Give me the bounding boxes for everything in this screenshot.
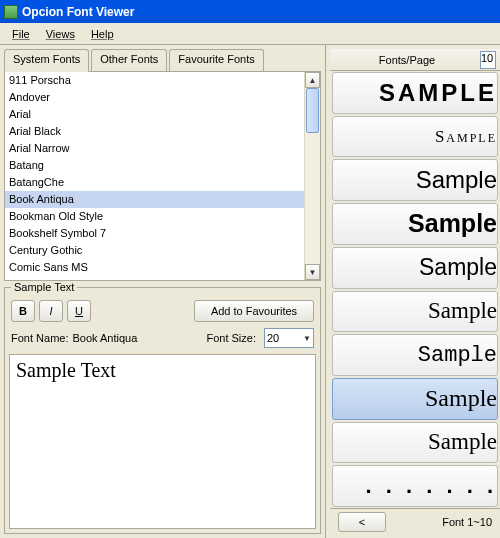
- scroll-up-button[interactable]: ▲: [305, 72, 320, 88]
- font-item[interactable]: BatangChe: [5, 174, 320, 191]
- scrollbar[interactable]: ▲ ▼: [304, 72, 320, 280]
- sample-row[interactable]: Sample: [332, 291, 498, 333]
- sample-row[interactable]: Sample: [332, 422, 498, 464]
- sample-row[interactable]: Sample: [332, 334, 498, 376]
- font-item[interactable]: Century Gothic: [5, 242, 320, 259]
- fonts-per-page-header: Fonts/Page 10: [330, 49, 500, 71]
- right-panel: Fonts/Page 10 SAMPLESampleSampleSampleSa…: [325, 45, 500, 538]
- font-item[interactable]: Arial: [5, 106, 320, 123]
- font-name-label: Font Name:: [11, 332, 68, 344]
- sample-list: SAMPLESampleSampleSampleSampleSampleSamp…: [330, 71, 500, 508]
- font-item[interactable]: 911 Porscha: [5, 72, 320, 89]
- window-title: Opcion Font Viewer: [22, 5, 134, 19]
- left-panel: System Fonts Other Fonts Favourite Fonts…: [0, 45, 325, 538]
- title-bar: Opcion Font Viewer: [0, 0, 500, 23]
- group-title: Sample Text: [11, 281, 77, 293]
- font-item[interactable]: Bookman Old Style: [5, 208, 320, 225]
- tab-other-fonts[interactable]: Other Fonts: [91, 49, 167, 71]
- app-icon: [4, 5, 18, 19]
- font-size-label: Font Size:: [206, 332, 256, 344]
- fonts-per-page-input[interactable]: 10: [480, 51, 496, 69]
- sample-row[interactable]: Sample: [332, 378, 498, 420]
- font-list-container: 911 PorschaAndoverArialArial BlackArial …: [4, 71, 321, 281]
- sample-row[interactable]: . . . . . . .: [332, 465, 498, 507]
- prev-page-button[interactable]: <: [338, 512, 386, 532]
- bold-button[interactable]: B: [11, 300, 35, 322]
- sample-row[interactable]: Sample: [332, 203, 498, 245]
- menu-views[interactable]: Views: [38, 26, 83, 42]
- font-item[interactable]: Arial Narrow: [5, 140, 320, 157]
- sample-row[interactable]: Sample: [332, 159, 498, 201]
- sample-row[interactable]: Sample: [332, 116, 498, 158]
- scrollbar-thumb[interactable]: [306, 88, 319, 133]
- font-item[interactable]: Andover: [5, 89, 320, 106]
- right-footer: < Font 1~10: [330, 508, 500, 534]
- chevron-down-icon: ▼: [303, 334, 311, 343]
- font-item[interactable]: Arial Black: [5, 123, 320, 140]
- tabs: System Fonts Other Fonts Favourite Fonts: [4, 49, 321, 71]
- scroll-down-button[interactable]: ▼: [305, 264, 320, 280]
- tab-system-fonts[interactable]: System Fonts: [4, 49, 89, 72]
- sample-row[interactable]: SAMPLE: [332, 72, 498, 114]
- font-size-value: 20: [267, 332, 279, 344]
- page-range-label: Font 1~10: [442, 516, 492, 528]
- font-size-select[interactable]: 20 ▼: [264, 328, 314, 348]
- font-name-value: Book Antiqua: [72, 332, 137, 344]
- menu-bar: File Views Help: [0, 23, 500, 45]
- menu-file[interactable]: File: [4, 26, 38, 42]
- fonts-per-page-label: Fonts/Page: [334, 54, 480, 66]
- underline-button[interactable]: U: [67, 300, 91, 322]
- menu-help[interactable]: Help: [83, 26, 122, 42]
- format-toolbar: B I U Add to Favourites: [5, 288, 320, 326]
- add-to-favourites-button[interactable]: Add to Favourites: [194, 300, 314, 322]
- sample-preview[interactable]: Sample Text: [9, 354, 316, 529]
- info-row: Font Name: Book Antiqua Font Size: 20 ▼: [5, 326, 320, 354]
- font-item[interactable]: Book Antiqua: [5, 191, 320, 208]
- content: System Fonts Other Fonts Favourite Fonts…: [0, 45, 500, 538]
- sample-row[interactable]: Sample: [332, 247, 498, 289]
- font-item[interactable]: Batang: [5, 157, 320, 174]
- tab-favourite-fonts[interactable]: Favourite Fonts: [169, 49, 263, 71]
- font-item[interactable]: Comic Sans MS: [5, 259, 320, 276]
- sample-text-group: Sample Text B I U Add to Favourites Font…: [4, 287, 321, 534]
- font-list[interactable]: 911 PorschaAndoverArialArial BlackArial …: [5, 72, 320, 280]
- italic-button[interactable]: I: [39, 300, 63, 322]
- font-item[interactable]: Courier New: [5, 276, 320, 280]
- font-item[interactable]: Bookshelf Symbol 7: [5, 225, 320, 242]
